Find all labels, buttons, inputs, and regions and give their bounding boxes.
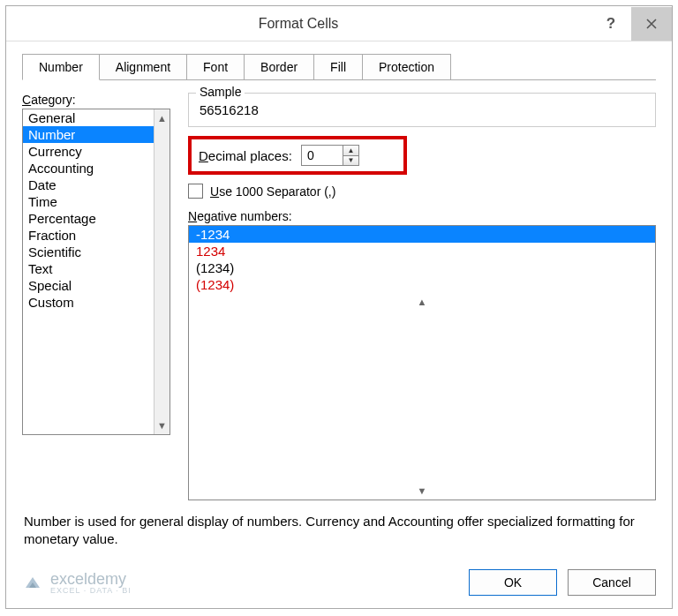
watermark-brand: exceldemy (50, 571, 132, 587)
scrollbar-down-icon[interactable]: ▼ (189, 482, 655, 500)
close-icon (646, 19, 657, 29)
decimal-places-row: Decimal places: ▲ ▼ (188, 136, 407, 175)
category-item-percentage[interactable]: Percentage (23, 210, 170, 227)
category-item-currency[interactable]: Currency (23, 143, 170, 160)
category-item-accounting[interactable]: Accounting (23, 160, 170, 177)
negative-item-2[interactable]: (1234) (189, 259, 655, 276)
negative-numbers-label: Negative numbers: (188, 209, 656, 223)
negative-numbers-listbox[interactable]: -1234 1234 (1234) (1234) ▲ ▼ (188, 225, 656, 500)
sample-group: Sample 56516218 (188, 93, 656, 127)
titlebar: Format Cells ? (6, 6, 672, 41)
negative-item-0[interactable]: -1234 (189, 226, 655, 243)
dialog-content: Number Alignment Font Border Fill Protec… (6, 41, 672, 560)
category-description: Number is used for general display of nu… (22, 500, 656, 552)
tab-number[interactable]: Number (22, 54, 100, 80)
category-label: Category: (22, 93, 170, 107)
watermark: exceldemy EXCEL · DATA · BI (22, 571, 132, 595)
format-cells-dialog: Format Cells ? Number Alignment Font Bor… (5, 5, 673, 609)
scrollbar-down-icon[interactable]: ▼ (154, 417, 170, 434)
sample-label: Sample (196, 85, 245, 99)
negative-scrollbar[interactable]: ▲ ▼ (189, 293, 655, 311)
negative-item-3[interactable]: (1234) (189, 276, 655, 293)
category-item-number[interactable]: Number (23, 126, 170, 143)
tab-bar: Number Alignment Font Border Fill Protec… (22, 54, 656, 80)
category-item-time[interactable]: Time (23, 193, 170, 210)
category-item-special[interactable]: Special (23, 277, 170, 294)
category-listbox[interactable]: General Number Currency Accounting Date … (22, 109, 170, 435)
separator-label: Use 1000 Separator (,) (210, 184, 335, 199)
decimal-places-input[interactable] (302, 146, 343, 165)
negative-item-1[interactable]: 1234 (189, 243, 655, 259)
tab-font[interactable]: Font (186, 54, 245, 79)
dialog-title: Format Cells (6, 16, 591, 32)
category-item-custom[interactable]: Custom (23, 294, 170, 311)
main-panel: Category: General Number Currency Accoun… (22, 80, 656, 500)
separator-checkbox[interactable] (188, 184, 203, 199)
scrollbar-up-icon[interactable]: ▲ (154, 109, 170, 127)
decimal-places-label: Decimal places: (199, 148, 292, 163)
spinner-up-icon[interactable]: ▲ (343, 146, 358, 156)
ok-button[interactable]: OK (469, 569, 557, 596)
category-scrollbar[interactable]: ▲ ▼ (154, 109, 170, 434)
close-button[interactable] (631, 7, 672, 41)
spinner-down-icon[interactable]: ▼ (343, 156, 358, 166)
cancel-button[interactable]: Cancel (568, 569, 656, 596)
category-list-inner: General Number Currency Accounting Date … (23, 109, 170, 311)
separator-row: Use 1000 Separator (,) (188, 184, 656, 199)
help-button[interactable]: ? (591, 7, 631, 41)
watermark-sub: EXCEL · DATA · BI (50, 587, 132, 595)
category-item-fraction[interactable]: Fraction (23, 227, 170, 244)
category-column: Category: General Number Currency Accoun… (22, 93, 170, 500)
footer-buttons: OK Cancel (469, 569, 656, 596)
settings-column: Sample 56516218 Decimal places: ▲ ▼ (188, 93, 656, 500)
sample-value: 56516218 (198, 102, 646, 117)
watermark-icon (22, 572, 43, 593)
decimal-places-spinner[interactable]: ▲ ▼ (301, 145, 359, 166)
category-item-scientific[interactable]: Scientific (23, 244, 170, 260)
tab-alignment[interactable]: Alignment (99, 54, 187, 79)
dialog-footer: exceldemy EXCEL · DATA · BI OK Cancel (6, 560, 672, 608)
tab-protection[interactable]: Protection (362, 54, 451, 79)
tab-border[interactable]: Border (244, 54, 314, 79)
category-item-date[interactable]: Date (23, 177, 170, 193)
category-item-general[interactable]: General (23, 109, 170, 126)
tab-fill[interactable]: Fill (313, 54, 363, 79)
scrollbar-up-icon[interactable]: ▲ (189, 293, 655, 311)
category-item-text[interactable]: Text (23, 260, 170, 277)
